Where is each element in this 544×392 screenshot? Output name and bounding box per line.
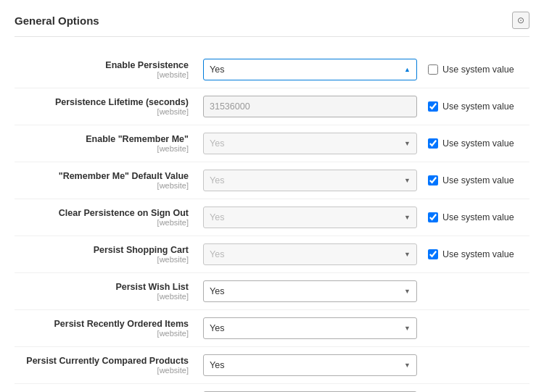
system-value-label: Use system value xyxy=(442,175,514,185)
select-wrapper: Yes xyxy=(203,317,417,339)
field-label: "Remember Me" Default Value xyxy=(15,171,189,181)
clear_persistence_sign_out-select[interactable]: Yes xyxy=(203,207,417,228)
field-label: Enable "Remember Me" xyxy=(15,134,189,144)
system-value-label: Use system value xyxy=(442,212,514,222)
scope-label: [website] xyxy=(15,107,189,116)
enable_remember_me-select[interactable]: Yes xyxy=(203,133,417,154)
system-cell: Use system value xyxy=(428,51,529,88)
scope-label: [website] xyxy=(15,329,189,338)
label-cell: Persistence Lifetime (seconds) [website] xyxy=(15,88,203,125)
label-cell: Persist Wish List [website] xyxy=(15,273,203,310)
page-title: General Options xyxy=(15,14,99,27)
label-cell: Persist Comparison History [website] xyxy=(15,384,203,393)
scope-label: [website] xyxy=(15,181,189,190)
label-cell: Clear Persistence on Sign Out [website] xyxy=(15,199,203,236)
select-wrapper: Yes xyxy=(203,207,417,228)
input-cell: Yes xyxy=(203,310,428,347)
label-cell: Enable Persistence [website] xyxy=(15,51,203,88)
system-value-wrapper: Use system value xyxy=(428,101,529,112)
scope-label: [website] xyxy=(15,218,189,227)
system-cell xyxy=(428,384,529,393)
enable_persistence-system-checkbox[interactable] xyxy=(428,64,438,75)
label-cell: Enable "Remember Me" [website] xyxy=(15,125,203,162)
system-cell: Use system value xyxy=(428,88,529,125)
table-row: Persistence Lifetime (seconds) [website]… xyxy=(15,88,529,125)
system-value-wrapper: Use system value xyxy=(428,212,529,222)
persistence_lifetime-input[interactable] xyxy=(203,96,417,117)
input-cell: Yes xyxy=(203,199,428,236)
field-label: Persist Shopping Cart xyxy=(15,245,189,255)
system-value-wrapper: Use system value xyxy=(428,64,529,75)
table-row: "Remember Me" Default Value [website] Ye… xyxy=(15,162,529,199)
input-cell: Yes xyxy=(203,273,428,310)
system-cell xyxy=(428,273,529,310)
label-cell: Persist Shopping Cart [website] xyxy=(15,236,203,273)
scope-label: [website] xyxy=(15,70,189,79)
persist_shopping_cart-system-checkbox[interactable] xyxy=(428,249,438,259)
input-cell: Yes xyxy=(203,236,428,273)
system-value-label: Use system value xyxy=(442,64,514,75)
field-label: Persist Recently Ordered Items xyxy=(15,319,189,329)
field-label: Persistence Lifetime (seconds) xyxy=(15,97,189,107)
input-cell: Yes xyxy=(203,162,428,199)
persist_wish_list-select[interactable]: Yes xyxy=(203,280,417,302)
table-row: Persist Comparison History [website] Yes xyxy=(15,384,529,393)
table-row: Persist Currently Compared Products [web… xyxy=(15,347,529,384)
enable_persistence-select[interactable]: Yes xyxy=(203,59,417,80)
remember_me_default-system-checkbox[interactable] xyxy=(428,175,438,185)
system-cell xyxy=(428,310,529,347)
persist_shopping_cart-select[interactable]: Yes xyxy=(203,243,417,265)
select-wrapper: Yes xyxy=(203,170,417,191)
table-row: Persist Recently Ordered Items [website]… xyxy=(15,310,529,347)
input-cell: Yes xyxy=(203,125,428,162)
select-wrapper: Yes xyxy=(203,133,417,154)
table-row: Clear Persistence on Sign Out [website] … xyxy=(15,199,529,236)
scope-label: [website] xyxy=(15,292,189,301)
scope-label: [website] xyxy=(15,366,189,375)
field-label: Persist Currently Compared Products xyxy=(15,356,189,366)
system-value-label: Use system value xyxy=(442,249,514,259)
table-row: Persist Wish List [website] Yes xyxy=(15,273,529,310)
clear_persistence_sign_out-system-checkbox[interactable] xyxy=(428,212,438,222)
label-cell: Persist Recently Ordered Items [website] xyxy=(15,310,203,347)
label-cell: Persist Currently Compared Products [web… xyxy=(15,347,203,384)
system-cell: Use system value xyxy=(428,236,529,273)
scope-label: [website] xyxy=(15,255,189,264)
remember_me_default-select[interactable]: Yes xyxy=(203,170,417,191)
table-row: Enable Persistence [website] YesUse syst… xyxy=(15,51,529,88)
system-value-wrapper: Use system value xyxy=(428,138,529,149)
system-value-label: Use system value xyxy=(442,101,514,112)
table-row: Persist Shopping Cart [website] YesUse s… xyxy=(15,236,529,273)
persistence_lifetime-system-checkbox[interactable] xyxy=(428,101,438,112)
scope-label: [website] xyxy=(15,144,189,153)
label-cell: "Remember Me" Default Value [website] xyxy=(15,162,203,199)
system-cell: Use system value xyxy=(428,125,529,162)
input-cell xyxy=(203,88,428,125)
section-header: General Options ⊙ xyxy=(15,12,529,37)
system-value-wrapper: Use system value xyxy=(428,175,529,185)
select-wrapper: Yes xyxy=(203,280,417,302)
system-value-wrapper: Use system value xyxy=(428,249,529,259)
field-label: Clear Persistence on Sign Out xyxy=(15,208,189,218)
input-cell: Yes xyxy=(203,384,428,393)
select-wrapper: Yes xyxy=(203,354,417,376)
options-form: Enable Persistence [website] YesUse syst… xyxy=(15,51,529,392)
input-cell: Yes xyxy=(203,51,428,88)
persist_recently_ordered-select[interactable]: Yes xyxy=(203,317,417,339)
system-cell: Use system value xyxy=(428,162,529,199)
persist_currently_compared-select[interactable]: Yes xyxy=(203,354,417,376)
system-cell xyxy=(428,347,529,384)
field-label: Persist Wish List xyxy=(15,282,189,292)
collapse-button[interactable]: ⊙ xyxy=(512,12,529,29)
system-value-label: Use system value xyxy=(442,138,514,149)
select-wrapper: Yes xyxy=(203,243,417,265)
field-label: Enable Persistence xyxy=(15,60,189,70)
input-cell: Yes xyxy=(203,347,428,384)
enable_remember_me-system-checkbox[interactable] xyxy=(428,138,438,149)
system-cell: Use system value xyxy=(428,199,529,236)
select-wrapper: Yes xyxy=(203,59,417,80)
table-row: Enable "Remember Me" [website] YesUse sy… xyxy=(15,125,529,162)
